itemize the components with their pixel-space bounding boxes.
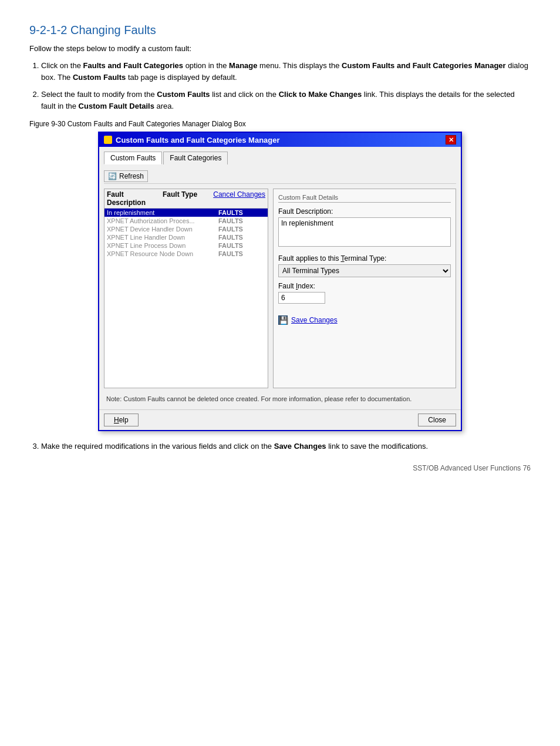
- fault-item-xpnet-resource[interactable]: XPNET Resource Node Down FAULTS: [104, 250, 268, 258]
- fault-list-panel: Fault Description Fault Type Cancel Chan…: [104, 189, 268, 388]
- fault-description-label: Fault Description:: [278, 207, 451, 216]
- fault-index-input[interactable]: [278, 292, 325, 304]
- fault-item-xpnet-line-process[interactable]: XPNET Line Process Down FAULTS: [104, 241, 268, 250]
- fault-item-in-replenishment[interactable]: In replenishment FAULTS: [104, 209, 268, 217]
- fault-list-header: Fault Description Fault Type Cancel Chan…: [104, 189, 268, 209]
- terminal-type-select-wrapper: All Terminal Types ATM Teller: [278, 264, 451, 277]
- cancel-changes-link[interactable]: Cancel Changes: [210, 190, 265, 207]
- dialog-footer: Help Close: [99, 409, 461, 430]
- title-left: Custom Faults and Fault Categories Manag…: [104, 136, 280, 145]
- fault-item-desc: XPNET Device Handler Down: [107, 226, 218, 233]
- fault-item-desc: XPNET Line Handler Down: [107, 234, 218, 241]
- dialog-content: Fault Description Fault Type Cancel Chan…: [104, 189, 456, 388]
- fault-item-desc: In replenishment: [107, 209, 218, 216]
- close-button[interactable]: Close: [418, 414, 456, 426]
- save-changes-row: 💾 Save Changes: [278, 315, 451, 325]
- step-3-list: Make the required modifications in the v…: [41, 441, 531, 452]
- tab-custom-faults[interactable]: Custom Faults: [104, 152, 162, 164]
- tab-bar: Custom Faults Fault Categories: [104, 152, 456, 164]
- save-changes-link[interactable]: Save Changes: [291, 316, 338, 324]
- dialog-body: Custom Faults Fault Categories 🔄 Refresh…: [99, 147, 461, 409]
- steps-list: Click on the Faults and Fault Categories…: [41, 60, 531, 112]
- refresh-button[interactable]: 🔄 Refresh: [104, 170, 148, 182]
- terminal-type-row: All Terminal Types ATM Teller: [278, 264, 451, 277]
- figure-label: Figure 9-30 Custom Faults and Fault Cate…: [29, 120, 531, 128]
- refresh-label: Refresh: [119, 172, 144, 180]
- details-panel-title: Custom Fault Details: [278, 194, 451, 203]
- fault-item-xpnet-line-handler[interactable]: XPNET Line Handler Down FAULTS: [104, 233, 268, 241]
- intro-text: Follow the steps below to modify a custo…: [29, 44, 531, 53]
- fault-description-input[interactable]: In replenishment: [278, 217, 451, 247]
- fault-list-items: In replenishment FAULTS XPNET Authorizat…: [104, 209, 268, 258]
- dialog-icon: [104, 136, 112, 144]
- toolbar: 🔄 Refresh: [104, 169, 456, 184]
- terminal-type-label: Fault applies to this Terminal Type:: [278, 254, 451, 263]
- refresh-icon: 🔄: [108, 172, 117, 180]
- fault-item-type: FAULTS: [218, 217, 265, 224]
- section-title: 9-2-1-2 Changing Faults: [29, 23, 531, 37]
- fault-item-type: FAULTS: [218, 250, 265, 257]
- step-1: Click on the Faults and Fault Categories…: [41, 60, 531, 83]
- dialog-box: Custom Faults and Fault Categories Manag…: [98, 132, 462, 431]
- fault-item-desc: XPNET Authorization Proces...: [107, 217, 218, 224]
- fault-item-type: FAULTS: [218, 242, 265, 249]
- col-type-header: Fault Type: [163, 190, 210, 207]
- step-2: Select the fault to modify from the Cust…: [41, 89, 531, 112]
- close-icon[interactable]: ✕: [446, 135, 456, 145]
- dialog-title: Custom Faults and Fault Categories Manag…: [116, 136, 280, 145]
- step-3: Make the required modifications in the v…: [41, 441, 531, 452]
- fault-index-label: Fault Index:: [278, 282, 451, 290]
- fault-item-desc: XPNET Resource Node Down: [107, 250, 218, 257]
- terminal-type-select[interactable]: All Terminal Types ATM Teller: [278, 264, 451, 277]
- col-description-header: Fault Description: [107, 190, 163, 207]
- page-footer: SST/OB Advanced User Functions 76: [29, 464, 531, 472]
- fault-item-xpnet-auth[interactable]: XPNET Authorization Proces... FAULTS: [104, 217, 268, 225]
- tab-fault-categories[interactable]: Fault Categories: [163, 152, 228, 164]
- dialog-titlebar: Custom Faults and Fault Categories Manag…: [99, 133, 461, 147]
- fault-item-type: FAULTS: [218, 226, 265, 233]
- fault-item-desc: XPNET Line Process Down: [107, 242, 218, 249]
- details-panel: Custom Fault Details Fault Description: …: [273, 189, 456, 388]
- dialog-wrapper: Custom Faults and Fault Categories Manag…: [29, 132, 531, 431]
- dialog-note: Note: Custom Faults cannot be deleted on…: [104, 393, 456, 405]
- fault-item-type: FAULTS: [218, 234, 265, 241]
- help-button[interactable]: Help: [104, 414, 139, 426]
- fault-item-xpnet-device[interactable]: XPNET Device Handler Down FAULTS: [104, 225, 268, 233]
- fault-item-type: FAULTS: [218, 209, 265, 216]
- save-icon: 💾: [278, 315, 288, 325]
